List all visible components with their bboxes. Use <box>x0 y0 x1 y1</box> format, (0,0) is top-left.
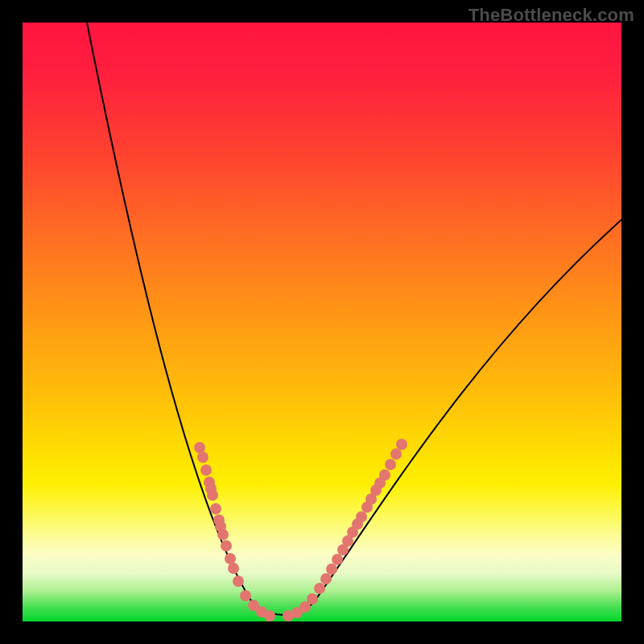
data-marker <box>385 459 396 470</box>
markers-right <box>283 439 407 621</box>
data-marker <box>332 554 343 565</box>
data-marker <box>210 503 221 514</box>
plot-svg <box>23 23 621 621</box>
data-marker <box>320 573 332 584</box>
data-marker <box>356 511 367 522</box>
data-marker <box>240 590 251 601</box>
data-marker <box>207 489 218 501</box>
markers-left <box>194 442 275 621</box>
data-marker <box>200 464 212 476</box>
watermark-text: TheBottleneck.com <box>469 5 634 26</box>
data-marker <box>225 553 236 564</box>
data-marker <box>307 593 318 605</box>
data-marker <box>197 452 208 463</box>
data-marker <box>264 610 275 621</box>
data-marker <box>221 540 232 551</box>
data-marker <box>326 564 337 575</box>
data-marker <box>228 563 239 574</box>
data-marker <box>379 469 390 481</box>
data-marker <box>194 442 205 453</box>
data-marker <box>217 529 229 540</box>
data-marker <box>396 439 407 450</box>
data-marker <box>233 576 244 587</box>
data-marker <box>390 448 402 460</box>
data-marker <box>314 583 325 594</box>
plot-area <box>23 23 621 621</box>
